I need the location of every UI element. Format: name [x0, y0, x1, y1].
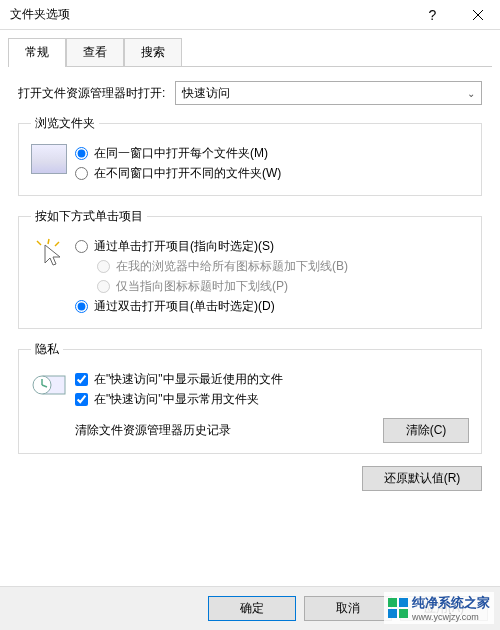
- title-bar: 文件夹选项 ?: [0, 0, 500, 30]
- history-icon: [31, 370, 69, 400]
- click-items-legend: 按如下方式单击项目: [31, 208, 147, 225]
- cursor-icon: [31, 237, 67, 271]
- tab-search[interactable]: 搜索: [124, 38, 182, 66]
- watermark-text: 纯净系统之家: [412, 595, 490, 610]
- svg-line-5: [55, 242, 59, 246]
- radio-same-window-label: 在同一窗口中打开每个文件夹(M): [94, 145, 268, 162]
- radio-double-click-input[interactable]: [75, 300, 88, 313]
- checkbox-frequent-folders-input[interactable]: [75, 393, 88, 406]
- tab-view[interactable]: 查看: [66, 38, 124, 66]
- privacy-legend: 隐私: [31, 341, 63, 358]
- radio-underline-hover-label: 仅当指向图标标题时加下划线(P): [116, 278, 288, 295]
- radio-underline-all-input: [97, 260, 110, 273]
- ok-button[interactable]: 确定: [208, 596, 296, 621]
- click-items-icon: [31, 235, 75, 318]
- clear-button[interactable]: 清除(C): [383, 418, 469, 443]
- close-icon: [473, 10, 483, 20]
- privacy-icon: [31, 368, 75, 443]
- cancel-button[interactable]: 取消: [304, 596, 392, 621]
- privacy-group: 隐私 在"快速访问"中显示最近使用的文件: [18, 341, 482, 454]
- click-items-group: 按如下方式单击项目 通过单击打开项目(指向时选定)(S): [18, 208, 482, 329]
- checkbox-frequent-folders[interactable]: 在"快速访问"中显示常用文件夹: [75, 391, 469, 408]
- radio-single-click-label: 通过单击打开项目(指向时选定)(S): [94, 238, 274, 255]
- open-explorer-value: 快速访问: [182, 85, 467, 102]
- window-title: 文件夹选项: [10, 6, 410, 23]
- radio-underline-all-label: 在我的浏览器中给所有图标标题加下划线(B): [116, 258, 348, 275]
- radio-new-window-input[interactable]: [75, 167, 88, 180]
- browse-folders-icon: [31, 142, 75, 185]
- tab-content: 打开文件资源管理器时打开: 快速访问 ⌄ 浏览文件夹 在同一窗口中打开每个文件夹…: [0, 67, 500, 509]
- open-explorer-row: 打开文件资源管理器时打开: 快速访问 ⌄: [18, 81, 482, 105]
- open-explorer-label: 打开文件资源管理器时打开:: [18, 85, 165, 102]
- checkbox-recent-files-input[interactable]: [75, 373, 88, 386]
- restore-defaults-button[interactable]: 还原默认值(R): [362, 466, 482, 491]
- help-button[interactable]: ?: [410, 0, 455, 30]
- tab-general[interactable]: 常规: [8, 38, 66, 67]
- radio-same-window-input[interactable]: [75, 147, 88, 160]
- browse-folders-group: 浏览文件夹 在同一窗口中打开每个文件夹(M) 在不同窗口中打开不同的文件夹(W): [18, 115, 482, 196]
- close-button[interactable]: [455, 0, 500, 30]
- radio-single-click-input[interactable]: [75, 240, 88, 253]
- watermark-logo-icon: [388, 598, 408, 618]
- radio-underline-all: 在我的浏览器中给所有图标标题加下划线(B): [97, 258, 469, 275]
- watermark-url: www.ycwjzy.com: [412, 612, 490, 622]
- open-explorer-dropdown[interactable]: 快速访问 ⌄: [175, 81, 482, 105]
- radio-double-click-label: 通过双击打开项目(单击时选定)(D): [94, 298, 275, 315]
- radio-double-click[interactable]: 通过双击打开项目(单击时选定)(D): [75, 298, 469, 315]
- tab-bar: 常规 查看 搜索: [8, 38, 492, 67]
- checkbox-frequent-folders-label: 在"快速访问"中显示常用文件夹: [94, 391, 259, 408]
- radio-underline-hover: 仅当指向图标标题时加下划线(P): [97, 278, 469, 295]
- browse-folders-legend: 浏览文件夹: [31, 115, 99, 132]
- checkbox-recent-files-label: 在"快速访问"中显示最近使用的文件: [94, 371, 283, 388]
- svg-marker-2: [45, 245, 60, 265]
- chevron-down-icon: ⌄: [467, 88, 475, 99]
- svg-line-4: [48, 239, 49, 244]
- radio-same-window[interactable]: 在同一窗口中打开每个文件夹(M): [75, 145, 469, 162]
- window-icon: [31, 144, 67, 174]
- watermark: 纯净系统之家 www.ycwjzy.com: [384, 592, 494, 624]
- radio-new-window-label: 在不同窗口中打开不同的文件夹(W): [94, 165, 281, 182]
- checkbox-recent-files[interactable]: 在"快速访问"中显示最近使用的文件: [75, 371, 469, 388]
- radio-new-window[interactable]: 在不同窗口中打开不同的文件夹(W): [75, 165, 469, 182]
- clear-history-label: 清除文件资源管理器历史记录: [75, 422, 363, 439]
- svg-line-3: [37, 241, 41, 245]
- radio-underline-hover-input: [97, 280, 110, 293]
- radio-single-click[interactable]: 通过单击打开项目(指向时选定)(S): [75, 238, 469, 255]
